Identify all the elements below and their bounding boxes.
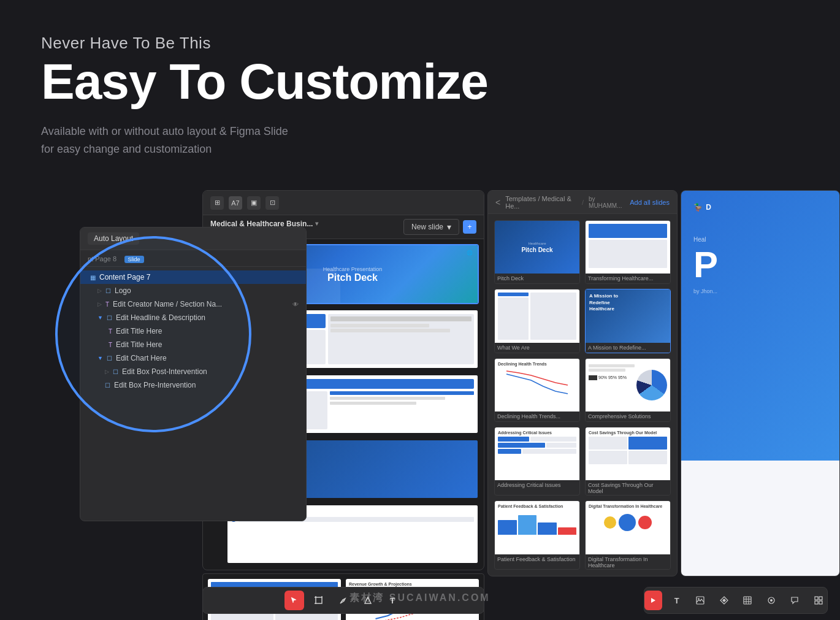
layers-header: Auto Layout (80, 228, 306, 250)
hero-subtitle: Never Have To Be This (41, 34, 488, 53)
browser-thumb-9[interactable]: Patient Feedback & Satisfaction Patient … (494, 500, 580, 570)
svg-rect-18 (819, 601, 822, 604)
add-slide-icon[interactable]: + (463, 220, 476, 234)
figma-slide-browser: < Templates / Medical & He... / by MUHAM… (487, 190, 678, 576)
auto-layout-badge: Auto Layout (88, 232, 139, 245)
figma-large-preview: 🦆 D Heal P by Jhon... (681, 190, 840, 576)
browser-thumb-5[interactable]: Declining Health Trends Declining Health… (494, 358, 580, 422)
browser-thumb-3[interactable]: What We Are (494, 289, 580, 353)
author-label: by MUHAMM... (589, 196, 625, 209)
present-button[interactable] (644, 591, 662, 610)
page-label: nt Page 8 (88, 255, 116, 262)
eye-icon: 👁 (292, 301, 299, 308)
layer-item-creator[interactable]: ▷ T Edit Creator Name / Section Na... 👁 (80, 297, 306, 311)
frame-tool[interactable] (309, 591, 329, 610)
text-tool-right[interactable]: T (668, 591, 686, 610)
breadcrumb: Templates / Medical & He... (505, 195, 577, 210)
watermark: 素材湾 SUCAIWAN.COM (349, 592, 490, 605)
frame-icon-2: ☐ (105, 288, 111, 294)
layer-item-content-page[interactable]: ▦ Content Page 7 (80, 270, 306, 284)
cursor-tool[interactable] (284, 591, 304, 610)
preview-headline-partial: Heal (693, 236, 706, 243)
large-preview-content: 🦆 D Heal P by Jhon... (681, 191, 839, 461)
grid-tool[interactable] (810, 591, 828, 610)
frame-icon-4: ☐ (107, 355, 112, 362)
text-icon-3: T (109, 342, 112, 348)
hero-section: Never Have To Be This Easy To Customize … (41, 34, 488, 158)
figma-right-toolbar: T (644, 587, 828, 614)
preview-lower (681, 461, 839, 576)
component-tool[interactable] (716, 591, 733, 610)
plugin-tool[interactable] (763, 591, 781, 610)
grid-view-icon[interactable]: ⊞ (210, 196, 224, 210)
expand-icon[interactable]: A7 (229, 196, 242, 210)
new-slide-button[interactable]: New slide ▾ (403, 219, 459, 235)
text-icon: T (105, 301, 109, 308)
svg-rect-15 (815, 597, 818, 600)
layer-item-chart[interactable]: ▼ ☐ Edit Chart Here (80, 351, 306, 365)
svg-rect-16 (819, 597, 822, 600)
browser-grid: Healthcare Pitch Deck Pitch Deck Transfo… (488, 214, 677, 576)
browser-thumb-1[interactable]: Healthcare Pitch Deck Pitch Deck (494, 220, 580, 284)
svg-point-14 (770, 599, 773, 602)
frame-icon: ▦ (90, 274, 96, 281)
dropdown-arrow[interactable]: ▾ (315, 220, 318, 227)
hero-description: Available with or without auto layout & … (41, 123, 488, 158)
browser-thumb-8[interactable]: Cost Savings Through Our Model Cost Savi… (585, 427, 671, 496)
editor-topbar: ⊞ A7 ▣ ⊡ (203, 191, 484, 215)
preview-logo: 🦆 D (693, 203, 712, 212)
svg-rect-0 (316, 597, 322, 603)
screenshots-area: Auto Layout nt Page 8 Slide ▦ Content Pa… (0, 190, 840, 620)
slide-badge: Slide (124, 256, 144, 263)
editor-topbar-icons: ⊞ A7 ▣ ⊡ (210, 196, 279, 210)
layer-item-pre[interactable]: ☐ Edit Box Pre-Intervention (80, 378, 306, 392)
browser-header: < Templates / Medical & He... / by MUHAM… (488, 191, 677, 214)
preview-large-letter: P (693, 247, 718, 283)
browser-thumb-6[interactable]: 90% 95% 95% Comprehensive Solutions (585, 358, 671, 422)
frame-icon-6: ☐ (105, 382, 110, 389)
layers-content: ▦ Content Page 7 ▷ ☐ Logo ▷ T Edit Creat… (80, 267, 306, 396)
preview-author: by Jhon... (693, 288, 717, 294)
image-tool-right[interactable] (692, 591, 709, 610)
layer-item-logo[interactable]: ▷ ☐ Logo (80, 284, 306, 297)
figma-layers-panel: Auto Layout nt Page 8 Slide ▦ Content Pa… (80, 227, 307, 521)
browser-thumb-2[interactable]: Transforming Healthcare... (585, 220, 671, 284)
browser-thumb-4[interactable]: A Mission toRedefineHealthcare A Mission… (585, 289, 671, 353)
layer-item-post[interactable]: ▷ ☐ Edit Box Post-Intervention (80, 365, 306, 378)
svg-rect-17 (815, 601, 818, 604)
frame-icon-3: ☐ (107, 315, 112, 321)
chat-tool[interactable] (786, 591, 804, 610)
browser-thumb-7[interactable]: Addressing Critical Issues (494, 427, 580, 496)
svg-point-7 (698, 598, 700, 599)
text-icon-2: T (109, 328, 112, 335)
back-button[interactable]: < (495, 197, 500, 207)
svg-rect-8 (744, 597, 751, 604)
browser-thumb-10[interactable]: Digital Transformation In Healthcare Dig… (585, 500, 671, 570)
layer-item-title2[interactable]: T Edit Title Here (80, 338, 306, 351)
add-all-button[interactable]: Add all slides (630, 199, 670, 206)
frame-icon-5: ☐ (113, 369, 118, 375)
apps-icon[interactable]: ⊡ (265, 196, 279, 210)
layer-item-headline[interactable]: ▼ ☐ Edit Headline & Description (80, 311, 306, 324)
layout-icon[interactable]: ▣ (247, 196, 261, 210)
table-tool[interactable] (739, 591, 757, 610)
svg-marker-5 (651, 598, 655, 603)
hero-title: Easy To Customize (41, 55, 488, 108)
layer-item-title1[interactable]: T Edit Title Here (80, 324, 306, 338)
